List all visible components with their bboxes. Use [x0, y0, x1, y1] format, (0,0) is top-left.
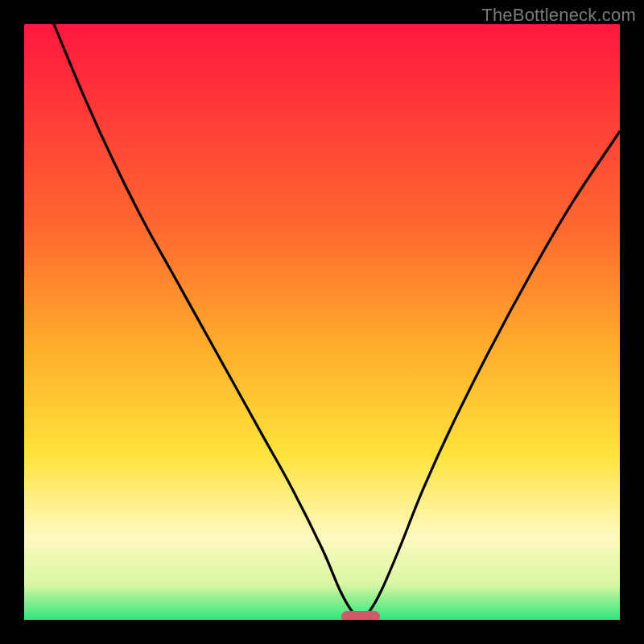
- gradient-background: [24, 24, 620, 620]
- optimal-point-marker: [341, 611, 380, 620]
- chart-frame: TheBottleneck.com: [0, 0, 644, 644]
- plot-area: [24, 24, 620, 620]
- plot-svg: [24, 24, 620, 620]
- watermark-text: TheBottleneck.com: [481, 5, 636, 26]
